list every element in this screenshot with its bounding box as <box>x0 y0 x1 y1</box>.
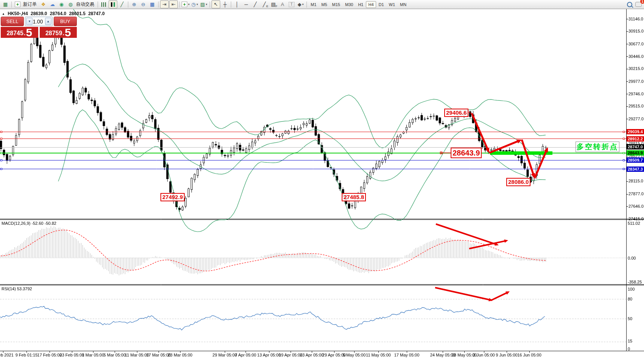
arrows-icon: ◆ <box>298 2 302 7</box>
price-tick-label: 29746.0 <box>628 92 644 96</box>
search-icon[interactable] <box>625 0 634 8</box>
buy-button[interactable]: BUY <box>54 17 77 26</box>
volume-increase-button[interactable]: ▲ <box>45 18 51 25</box>
symbol-period-label: HK50-,H4 <box>8 11 28 16</box>
rsi-axis-label: 100 <box>628 287 635 291</box>
annotation-low-27485[interactable]: 27485.8 <box>342 193 366 201</box>
autotrading-icon-label[interactable]: 自动交易 <box>76 1 94 8</box>
signals-icon[interactable]: ◉ <box>57 0 66 8</box>
price-tick-label: 30446.0 <box>628 54 644 59</box>
timeframe-button-w1[interactable]: W1 <box>387 1 398 8</box>
time-tick-label: 3 Jun 05:00 <box>473 353 495 357</box>
volume-field[interactable]: ▼ 1.00 ▲ <box>25 17 52 26</box>
price-tick-label: 29515.0 <box>628 104 644 108</box>
equidistant-channel-icon: ╱ <box>263 2 266 7</box>
one-click-trading-panel: SELL ▼ 1.00 ▲ BUY 28745.5 28759.5 <box>1 17 77 38</box>
candle-chart-icon[interactable] <box>109 0 117 8</box>
cursor-icon: ↖ <box>214 2 218 7</box>
periods-icon: ◷ <box>191 2 196 7</box>
notification-badge: 1 <box>640 0 644 4</box>
arrows-icon[interactable]: ◆▾ <box>296 0 305 8</box>
fibonacci-icon[interactable]: ▤F <box>269 0 278 8</box>
new-chart-icon[interactable]: ▦ <box>1 0 10 8</box>
new-order-icon-label[interactable]: 新订单 <box>23 1 37 8</box>
vertical-line-icon[interactable]: │ <box>233 0 241 8</box>
time-tick-label: 11 Mar 05:00 <box>125 353 149 357</box>
periods-icon[interactable]: ◷▾ <box>190 0 199 8</box>
timeframe-button-d1[interactable]: D1 <box>376 1 386 8</box>
time-tick-label: 17 Feb 05:00 <box>37 353 62 357</box>
price-axis-badge: 28509.7 <box>627 157 644 163</box>
chart-canvas[interactable] <box>0 0 644 358</box>
market-watch-icon[interactable]: ❖ <box>39 0 48 8</box>
annotation-turning-point[interactable]: 多空转折点 <box>576 142 619 152</box>
buy-price-main: 28759 <box>45 30 62 37</box>
text-label-icon[interactable]: T <box>287 0 296 8</box>
timeframe-button-h4[interactable]: H4 <box>366 1 376 8</box>
price-tick-label: 27646.0 <box>628 204 644 209</box>
bar-chart-icon[interactable] <box>100 0 108 8</box>
dropdown-arrow-icon[interactable]: ▾ <box>206 3 207 6</box>
annotation-low-27492[interactable]: 27492.9 <box>160 193 185 201</box>
notifications-icon[interactable]: 1 <box>634 0 643 8</box>
toolbar-separator <box>210 2 210 8</box>
dropdown-arrow-icon[interactable]: ▾ <box>302 3 304 6</box>
rsi-axis-label: 0 <box>628 347 630 351</box>
candle-chart-icon <box>110 2 115 7</box>
price-tick-label: 31146.0 <box>628 17 643 21</box>
market-watch-icon: ❖ <box>41 2 46 7</box>
rsi-axis-label: 50 <box>628 316 632 321</box>
collapse-icon[interactable]: ▲ <box>2 12 5 16</box>
horizontal-line-icon[interactable]: ─ <box>242 0 250 8</box>
macd-axis-label: -358.25 <box>628 280 642 284</box>
tile-windows-icon[interactable]: ▦ <box>148 0 157 8</box>
equidistant-channel-icon[interactable]: ╱E <box>260 0 269 8</box>
chart-shift-icon[interactable]: ⇤ <box>169 0 178 8</box>
zoom-out-icon: ⊖ <box>141 2 145 7</box>
zoom-in-icon[interactable]: ⊕ <box>130 0 138 8</box>
time-tick-label: 1 Mar 05:00 <box>82 353 104 357</box>
price-tick-label: 27877.0 <box>628 191 644 196</box>
line-chart-icon: ╱ <box>121 2 124 7</box>
annotation-pivot-28643[interactable]: 28643.9 <box>451 148 482 158</box>
icon-sub-label: F <box>275 5 277 8</box>
buy-price[interactable]: 28759.5 <box>40 27 77 38</box>
timeframe-button-mn[interactable]: MN <box>398 1 409 8</box>
price-tick-label: 30215.0 <box>628 66 644 71</box>
crosshair-icon[interactable]: ┼ <box>221 0 229 8</box>
mt4-window: ▦+新订单❖☁◉◍自动交易╱⊕⊖▦⇥⇤+▾◷▾▨▾↖┼│─╱╱E▤FAT◆▾M1… <box>0 0 644 358</box>
volume-decrease-button[interactable]: ▼ <box>26 18 33 25</box>
autotrading-icon[interactable]: ◍ <box>66 0 75 8</box>
timeframe-button-m15[interactable]: M15 <box>330 1 342 8</box>
price-axis-badge: 28347.3 <box>627 167 644 172</box>
data-window-icon[interactable]: ☁ <box>48 0 57 8</box>
cursor-icon[interactable]: ↖ <box>212 0 220 8</box>
line-chart-icon[interactable]: ╱ <box>118 0 126 8</box>
annotation-low-28086[interactable]: 28086.0 <box>506 178 530 186</box>
tile-windows-icon: ▦ <box>150 2 154 7</box>
low-value: 28601.5 <box>69 11 85 16</box>
time-tick-label: 17 Mar 05:00 <box>146 353 171 357</box>
price-axis-badge: 29039.4 <box>627 129 644 134</box>
zoom-out-icon[interactable]: ⊖ <box>139 0 148 8</box>
text-icon[interactable]: A <box>278 0 287 8</box>
price-tick-label: 29277.0 <box>628 117 644 121</box>
timeframe-button-m5[interactable]: M5 <box>319 1 329 8</box>
dropdown-arrow-icon[interactable]: ▾ <box>188 3 190 6</box>
trendline-icon[interactable]: ╱ <box>251 0 260 8</box>
indicators-icon[interactable]: +▾ <box>181 0 190 8</box>
auto-scroll-icon[interactable]: ⇥ <box>160 0 169 8</box>
timeframe-button-m1[interactable]: M1 <box>308 1 319 8</box>
new-order-icon[interactable]: + <box>13 0 22 8</box>
search-icon <box>627 2 632 7</box>
templates-icon[interactable]: ▨▾ <box>199 0 208 8</box>
toolbar-separator <box>306 2 307 8</box>
annotation-peak-29406[interactable]: 29406.6 <box>444 109 468 117</box>
sell-button[interactable]: SELL <box>1 17 24 26</box>
timeframe-button-h1[interactable]: H1 <box>356 1 366 8</box>
timeframe-button-m30[interactable]: M30 <box>343 1 355 8</box>
dropdown-arrow-icon[interactable]: ▾ <box>196 3 198 6</box>
volume-value[interactable]: 1.00 <box>33 19 45 25</box>
sell-price[interactable]: 28745.5 <box>1 27 38 38</box>
toolbar-separator <box>128 2 128 8</box>
